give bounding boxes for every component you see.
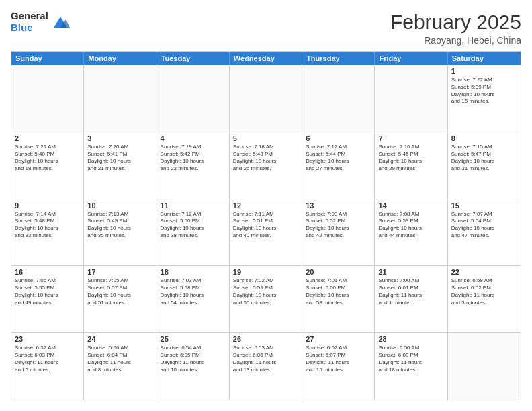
day-number: 3 bbox=[87, 134, 152, 142]
day-number: 28 bbox=[378, 335, 443, 343]
cal-cell-0-6: 1Sunrise: 7:22 AM Sunset: 5:39 PM Daylig… bbox=[448, 65, 521, 132]
day-info: Sunrise: 6:52 AM Sunset: 6:07 PM Dayligh… bbox=[306, 345, 371, 373]
day-number: 13 bbox=[306, 201, 371, 210]
header: General Blue February 2025 Raoyang, Hebe… bbox=[11, 11, 521, 46]
day-info: Sunrise: 7:22 AM Sunset: 5:39 PM Dayligh… bbox=[451, 77, 517, 105]
day-info: Sunrise: 7:20 AM Sunset: 5:41 PM Dayligh… bbox=[87, 144, 152, 173]
day-info: Sunrise: 6:53 AM Sunset: 6:06 PM Dayligh… bbox=[233, 345, 298, 373]
header-day-thursday: Thursday bbox=[302, 52, 375, 65]
cal-cell-3-5: 21Sunrise: 7:00 AM Sunset: 6:01 PM Dayli… bbox=[375, 266, 447, 332]
day-info: Sunrise: 7:12 AM Sunset: 5:50 PM Dayligh… bbox=[161, 211, 226, 240]
day-info: Sunrise: 7:21 AM Sunset: 5:40 PM Dayligh… bbox=[15, 144, 80, 173]
day-number: 24 bbox=[87, 335, 152, 343]
day-info: Sunrise: 7:13 AM Sunset: 5:49 PM Dayligh… bbox=[87, 211, 152, 240]
cal-cell-3-3: 19Sunrise: 7:02 AM Sunset: 5:59 PM Dayli… bbox=[230, 266, 302, 332]
day-info: Sunrise: 6:50 AM Sunset: 6:08 PM Dayligh… bbox=[378, 345, 443, 373]
day-info: Sunrise: 7:00 AM Sunset: 6:01 PM Dayligh… bbox=[378, 277, 443, 306]
location: Raoyang, Hebei, China bbox=[390, 35, 521, 46]
cal-cell-4-6 bbox=[448, 333, 521, 400]
logo: General Blue bbox=[11, 11, 70, 33]
day-info: Sunrise: 7:07 AM Sunset: 5:54 PM Dayligh… bbox=[451, 211, 517, 240]
calendar-row-0: 1Sunrise: 7:22 AM Sunset: 5:39 PM Daylig… bbox=[11, 65, 521, 132]
day-number: 18 bbox=[161, 268, 226, 276]
cal-cell-3-1: 17Sunrise: 7:05 AM Sunset: 5:57 PM Dayli… bbox=[84, 266, 157, 332]
day-number: 2 bbox=[15, 134, 80, 142]
day-number: 22 bbox=[451, 268, 517, 276]
day-info: Sunrise: 7:03 AM Sunset: 5:58 PM Dayligh… bbox=[161, 277, 226, 306]
calendar-row-3: 16Sunrise: 7:06 AM Sunset: 5:55 PM Dayli… bbox=[11, 265, 521, 332]
day-info: Sunrise: 7:05 AM Sunset: 5:57 PM Dayligh… bbox=[87, 277, 152, 306]
day-info: Sunrise: 6:54 AM Sunset: 6:05 PM Dayligh… bbox=[161, 345, 226, 373]
cal-cell-3-0: 16Sunrise: 7:06 AM Sunset: 5:55 PM Dayli… bbox=[11, 266, 84, 332]
cal-cell-1-3: 5Sunrise: 7:18 AM Sunset: 5:43 PM Daylig… bbox=[230, 132, 302, 199]
day-info: Sunrise: 7:09 AM Sunset: 5:52 PM Dayligh… bbox=[306, 211, 371, 240]
calendar: SundayMondayTuesdayWednesdayThursdayFrid… bbox=[11, 51, 521, 400]
cal-cell-2-0: 9Sunrise: 7:14 AM Sunset: 5:48 PM Daylig… bbox=[11, 199, 84, 266]
header-day-saturday: Saturday bbox=[448, 52, 521, 65]
day-info: Sunrise: 7:15 AM Sunset: 5:47 PM Dayligh… bbox=[451, 144, 517, 173]
day-info: Sunrise: 6:57 AM Sunset: 6:03 PM Dayligh… bbox=[15, 345, 80, 373]
day-number: 23 bbox=[15, 335, 80, 343]
day-number: 21 bbox=[378, 268, 443, 276]
day-number: 5 bbox=[233, 134, 298, 142]
cal-cell-1-0: 2Sunrise: 7:21 AM Sunset: 5:40 PM Daylig… bbox=[11, 132, 84, 199]
cal-cell-1-4: 6Sunrise: 7:17 AM Sunset: 5:44 PM Daylig… bbox=[302, 132, 375, 199]
logo-general: General bbox=[11, 11, 48, 22]
day-number: 26 bbox=[233, 335, 298, 343]
calendar-row-1: 2Sunrise: 7:21 AM Sunset: 5:40 PM Daylig… bbox=[11, 132, 521, 199]
day-info: Sunrise: 7:19 AM Sunset: 5:42 PM Dayligh… bbox=[161, 144, 226, 173]
title-block: February 2025 Raoyang, Hebei, China bbox=[390, 11, 521, 46]
cal-cell-1-1: 3Sunrise: 7:20 AM Sunset: 5:41 PM Daylig… bbox=[84, 132, 157, 199]
day-number: 16 bbox=[15, 268, 80, 276]
day-number: 12 bbox=[233, 201, 298, 210]
day-info: Sunrise: 7:08 AM Sunset: 5:53 PM Dayligh… bbox=[378, 211, 443, 240]
day-info: Sunrise: 6:56 AM Sunset: 6:04 PM Dayligh… bbox=[87, 345, 152, 373]
cal-cell-4-5: 28Sunrise: 6:50 AM Sunset: 6:08 PM Dayli… bbox=[375, 333, 447, 400]
cal-cell-1-6: 8Sunrise: 7:15 AM Sunset: 5:47 PM Daylig… bbox=[448, 132, 521, 199]
day-number: 19 bbox=[233, 268, 298, 276]
day-number: 15 bbox=[451, 201, 517, 210]
day-info: Sunrise: 7:18 AM Sunset: 5:43 PM Dayligh… bbox=[233, 144, 298, 173]
cal-cell-1-2: 4Sunrise: 7:19 AM Sunset: 5:42 PM Daylig… bbox=[157, 132, 230, 199]
header-day-tuesday: Tuesday bbox=[157, 52, 230, 65]
header-day-monday: Monday bbox=[84, 52, 157, 65]
cal-cell-0-2 bbox=[157, 65, 230, 132]
day-info: Sunrise: 7:01 AM Sunset: 6:00 PM Dayligh… bbox=[306, 277, 371, 306]
cal-cell-4-0: 23Sunrise: 6:57 AM Sunset: 6:03 PM Dayli… bbox=[11, 333, 84, 400]
day-number: 8 bbox=[451, 134, 517, 142]
cal-cell-0-1 bbox=[84, 65, 157, 132]
day-info: Sunrise: 7:16 AM Sunset: 5:45 PM Dayligh… bbox=[378, 144, 443, 173]
logo-blue: Blue bbox=[11, 22, 48, 34]
day-number: 27 bbox=[306, 335, 371, 343]
cal-cell-2-1: 10Sunrise: 7:13 AM Sunset: 5:49 PM Dayli… bbox=[84, 199, 157, 266]
cal-cell-1-5: 7Sunrise: 7:16 AM Sunset: 5:45 PM Daylig… bbox=[375, 132, 447, 199]
day-info: Sunrise: 7:06 AM Sunset: 5:55 PM Dayligh… bbox=[15, 277, 80, 306]
day-number: 20 bbox=[306, 268, 371, 276]
day-number: 14 bbox=[378, 201, 443, 210]
day-info: Sunrise: 6:58 AM Sunset: 6:02 PM Dayligh… bbox=[451, 277, 517, 306]
cal-cell-4-2: 25Sunrise: 6:54 AM Sunset: 6:05 PM Dayli… bbox=[157, 333, 230, 400]
day-number: 11 bbox=[161, 201, 226, 210]
day-number: 10 bbox=[87, 201, 152, 210]
header-day-sunday: Sunday bbox=[11, 52, 84, 65]
cal-cell-2-6: 15Sunrise: 7:07 AM Sunset: 5:54 PM Dayli… bbox=[448, 199, 521, 266]
day-number: 9 bbox=[15, 201, 80, 210]
day-info: Sunrise: 7:11 AM Sunset: 5:51 PM Dayligh… bbox=[233, 211, 298, 240]
cal-cell-3-6: 22Sunrise: 6:58 AM Sunset: 6:02 PM Dayli… bbox=[448, 266, 521, 332]
page: General Blue February 2025 Raoyang, Hebe… bbox=[0, 0, 532, 411]
day-number: 7 bbox=[378, 134, 443, 142]
header-day-wednesday: Wednesday bbox=[230, 52, 302, 65]
cal-cell-4-1: 24Sunrise: 6:56 AM Sunset: 6:04 PM Dayli… bbox=[84, 333, 157, 400]
day-number: 4 bbox=[161, 134, 226, 142]
calendar-row-4: 23Sunrise: 6:57 AM Sunset: 6:03 PM Dayli… bbox=[11, 332, 521, 400]
cal-cell-3-2: 18Sunrise: 7:03 AM Sunset: 5:58 PM Dayli… bbox=[157, 266, 230, 332]
header-day-friday: Friday bbox=[375, 52, 447, 65]
logo-icon bbox=[51, 13, 70, 32]
calendar-body: 1Sunrise: 7:22 AM Sunset: 5:39 PM Daylig… bbox=[11, 65, 521, 400]
calendar-header: SundayMondayTuesdayWednesdayThursdayFrid… bbox=[11, 52, 521, 65]
cal-cell-0-3 bbox=[230, 65, 302, 132]
day-info: Sunrise: 7:17 AM Sunset: 5:44 PM Dayligh… bbox=[306, 144, 371, 173]
cal-cell-2-3: 12Sunrise: 7:11 AM Sunset: 5:51 PM Dayli… bbox=[230, 199, 302, 266]
cal-cell-3-4: 20Sunrise: 7:01 AM Sunset: 6:00 PM Dayli… bbox=[302, 266, 375, 332]
day-number: 25 bbox=[161, 335, 226, 343]
